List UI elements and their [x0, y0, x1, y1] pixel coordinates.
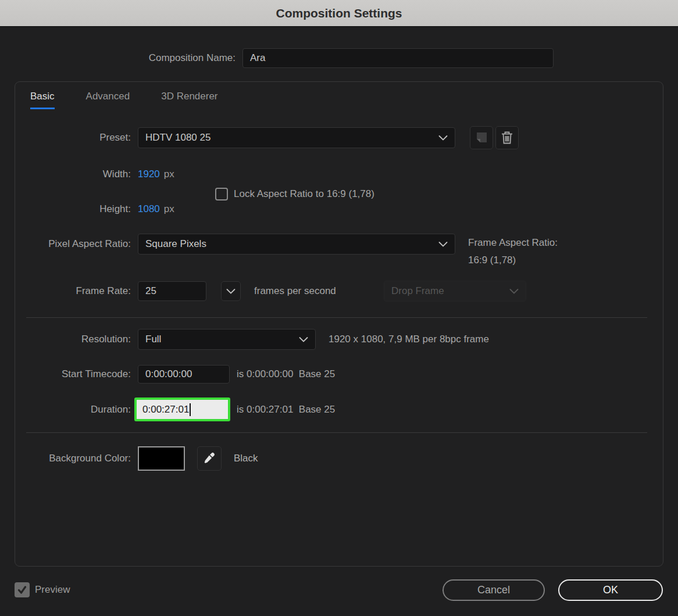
height-unit: px	[164, 203, 174, 215]
tab-advanced[interactable]: Advanced	[86, 91, 130, 109]
ok-button[interactable]: OK	[558, 579, 663, 601]
chevron-down-icon	[509, 289, 519, 294]
trash-icon	[501, 131, 513, 145]
composition-name-value: Ara	[250, 52, 265, 64]
composition-settings-dialog: Composition Settings Composition Name: A…	[0, 0, 678, 616]
chevron-down-icon	[226, 289, 235, 294]
check-icon	[17, 585, 27, 595]
preview-label: Preview	[35, 584, 70, 596]
preview-control: Preview	[15, 582, 70, 597]
dialog-titlebar[interactable]: Composition Settings	[0, 0, 678, 27]
background-color-swatch[interactable]	[138, 446, 185, 471]
frame-rate-value: 25	[145, 285, 156, 297]
pixel-aspect-ratio-label: Pixel Aspect Ratio:	[0, 238, 131, 250]
divider	[26, 317, 647, 318]
width-value[interactable]: 1920	[138, 169, 160, 180]
tab-basic[interactable]: Basic	[30, 91, 55, 109]
preset-dropdown[interactable]: HDTV 1080 25	[138, 127, 455, 148]
drop-frame-dropdown: Drop Frame	[384, 281, 526, 302]
frame-rate-preset-button[interactable]	[221, 281, 241, 301]
start-timecode-info: is 0:00:00:00 Base 25	[237, 368, 335, 380]
duration-input[interactable]: 0:00:27:01	[134, 397, 230, 421]
frame-rate-unit: frames per second	[254, 285, 336, 297]
duration-value: 0:00:27:01	[142, 404, 189, 416]
chevron-down-icon	[438, 242, 448, 247]
lock-aspect-ratio-label: Lock Aspect Ratio to 16:9 (1,78)	[234, 188, 374, 200]
width-unit: px	[164, 169, 174, 180]
start-timecode-input[interactable]: 0:00:00:00	[138, 365, 230, 384]
settings-panel	[15, 81, 663, 567]
start-timecode-label: Start Timecode:	[0, 368, 131, 380]
tab-3d-renderer[interactable]: 3D Renderer	[161, 91, 217, 109]
background-color-label: Background Color:	[0, 453, 131, 464]
resolution-dropdown[interactable]: Full	[138, 329, 316, 350]
save-preset-icon	[474, 131, 488, 145]
duration-info: is 0:00:27:01 Base 25	[237, 404, 335, 416]
resolution-label: Resolution:	[0, 334, 131, 345]
preview-checkbox[interactable]	[15, 582, 30, 597]
frame-aspect-ratio: Frame Aspect Ratio: 16:9 (1,78)	[468, 234, 558, 269]
frame-aspect-ratio-label: Frame Aspect Ratio:	[468, 234, 558, 252]
background-color-name: Black	[234, 453, 258, 464]
delete-preset-button[interactable]	[495, 126, 519, 149]
frame-rate-input[interactable]: 25	[138, 281, 206, 301]
divider	[26, 432, 647, 433]
resolution-value: Full	[145, 334, 161, 345]
drop-frame-value: Drop Frame	[391, 285, 444, 297]
chevron-down-icon	[438, 135, 448, 141]
frame-rate-label: Frame Rate:	[0, 285, 131, 297]
resolution-info: 1920 x 1080, 7,9 MB per 8bpc frame	[329, 334, 489, 345]
width-label: Width:	[0, 169, 131, 180]
composition-name-input[interactable]: Ara	[242, 48, 554, 68]
lock-aspect-ratio-checkbox[interactable]	[215, 188, 228, 200]
cancel-button[interactable]: Cancel	[443, 579, 545, 601]
duration-label: Duration:	[0, 404, 131, 416]
eyedropper-button[interactable]	[197, 446, 222, 471]
height-label: Height:	[0, 203, 131, 215]
frame-aspect-ratio-value: 16:9 (1,78)	[468, 252, 558, 269]
preset-label: Preset:	[0, 132, 131, 144]
pixel-aspect-ratio-dropdown[interactable]: Square Pixels	[138, 234, 455, 255]
height-value[interactable]: 1080	[138, 203, 160, 215]
chevron-down-icon	[299, 337, 308, 342]
composition-name-label: Composition Name:	[0, 52, 235, 64]
eyedropper-icon	[202, 452, 216, 465]
text-caret	[190, 403, 191, 416]
save-preset-button[interactable]	[470, 126, 493, 149]
start-timecode-value: 0:00:00:00	[145, 368, 192, 380]
dialog-title: Composition Settings	[276, 6, 402, 20]
preset-value: HDTV 1080 25	[145, 132, 210, 144]
pixel-aspect-ratio-value: Square Pixels	[145, 238, 206, 250]
settings-tabs: Basic Advanced 3D Renderer	[30, 91, 218, 109]
